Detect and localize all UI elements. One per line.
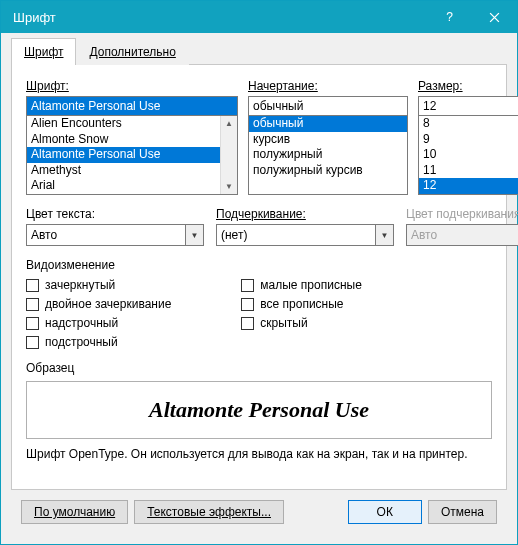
checkbox-label: зачеркнутый [45,278,115,292]
list-item[interactable]: 12 [419,178,518,194]
font-dialog: Шрифт ? Шрифт Дополнительно Шрифт: Alien… [0,0,518,545]
checkbox-label: подстрочный [45,335,118,349]
font-description: Шрифт OpenType. Он используется для выво… [26,447,492,461]
checkbox-все-прописные[interactable]: все прописные [241,297,362,311]
checkbox-зачеркнутый[interactable]: зачеркнутый [26,278,171,292]
list-item[interactable]: Alien Encounters [27,116,237,132]
list-item[interactable]: полужирный [249,147,407,163]
set-default-button[interactable]: По умолчанию [21,500,128,524]
checkbox-label: малые прописные [260,278,362,292]
font-scrollbar[interactable]: ▲▼ [220,116,237,194]
style-input[interactable] [248,96,408,116]
checkbox-label: надстрочный [45,316,118,330]
dialog-title: Шрифт [13,10,427,25]
list-item[interactable]: полужирный курсив [249,163,407,179]
titlebar: Шрифт ? [1,1,517,33]
checkbox-label: двойное зачеркивание [45,297,171,311]
chevron-down-icon[interactable]: ▼ [186,224,204,246]
help-button[interactable]: ? [427,1,472,33]
tab-strip: Шрифт Дополнительно [11,37,507,65]
underline-label: Подчеркивание: [216,207,394,221]
underline-color-value [406,224,518,246]
checkbox-icon [26,317,39,330]
text-effects-button[interactable]: Текстовые эффекты... [134,500,284,524]
checkbox-малые-прописные[interactable]: малые прописные [241,278,362,292]
preview-box: Altamonte Personal Use [26,381,492,439]
size-input[interactable] [418,96,518,116]
scroll-up-icon[interactable]: ▲ [225,119,233,128]
size-list[interactable]: 89101112 ▲▼ [418,115,518,195]
list-item[interactable]: 10 [419,147,518,163]
checkbox-подстрочный[interactable]: подстрочный [26,335,171,349]
cancel-button[interactable]: Отмена [428,500,497,524]
font-label: Шрифт: [26,79,238,93]
underline-combo[interactable]: ▼ [216,224,394,246]
list-item[interactable]: 9 [419,132,518,148]
effects-label: Видоизменение [26,258,492,272]
tab-advanced[interactable]: Дополнительно [76,38,188,65]
text-color-value[interactable] [26,224,186,246]
text-color-label: Цвет текста: [26,207,204,221]
size-label: Размер: [418,79,518,93]
checkbox-icon [241,279,254,292]
checkbox-надстрочный[interactable]: надстрочный [26,316,171,330]
list-item[interactable]: Altamonte Personal Use [27,147,237,163]
list-item[interactable]: Amethyst [27,163,237,179]
list-item[interactable]: 8 [419,116,518,132]
preview-text: Altamonte Personal Use [149,397,369,423]
checkbox-label: все прописные [260,297,343,311]
dialog-footer: По умолчанию Текстовые эффекты... ОК Отм… [11,490,507,534]
list-item[interactable]: Arial [27,178,237,194]
ok-button[interactable]: ОК [348,500,422,524]
font-list[interactable]: Alien EncountersAlmonte SnowAltamonte Pe… [26,115,238,195]
checkbox-icon [26,279,39,292]
style-list[interactable]: обычныйкурсивполужирныйполужирный курсив [248,115,408,195]
list-item[interactable]: обычный [249,116,407,132]
list-item[interactable]: 11 [419,163,518,179]
font-input[interactable] [26,96,238,116]
tab-panel-font: Шрифт: Alien EncountersAlmonte SnowAltam… [11,65,507,490]
close-icon [489,12,500,23]
checkbox-icon [241,298,254,311]
checkbox-двойное-зачеркивание[interactable]: двойное зачеркивание [26,297,171,311]
checkbox-icon [26,298,39,311]
checkbox-icon [26,336,39,349]
style-label: Начертание: [248,79,408,93]
underline-color-label: Цвет подчеркивания: [406,207,518,221]
list-item[interactable]: Almonte Snow [27,132,237,148]
preview-label: Образец [26,361,492,375]
chevron-down-icon[interactable]: ▼ [376,224,394,246]
close-button[interactable] [472,1,517,33]
checkbox-скрытый[interactable]: скрытый [241,316,362,330]
underline-value[interactable] [216,224,376,246]
tab-font[interactable]: Шрифт [11,38,76,65]
checkbox-icon [241,317,254,330]
scroll-down-icon[interactable]: ▼ [225,182,233,191]
checkbox-label: скрытый [260,316,307,330]
list-item[interactable]: курсив [249,132,407,148]
text-color-combo[interactable]: ▼ [26,224,204,246]
underline-color-combo: ▼ [406,224,518,246]
dialog-body: Шрифт Дополнительно Шрифт: Alien Encount… [1,33,517,544]
